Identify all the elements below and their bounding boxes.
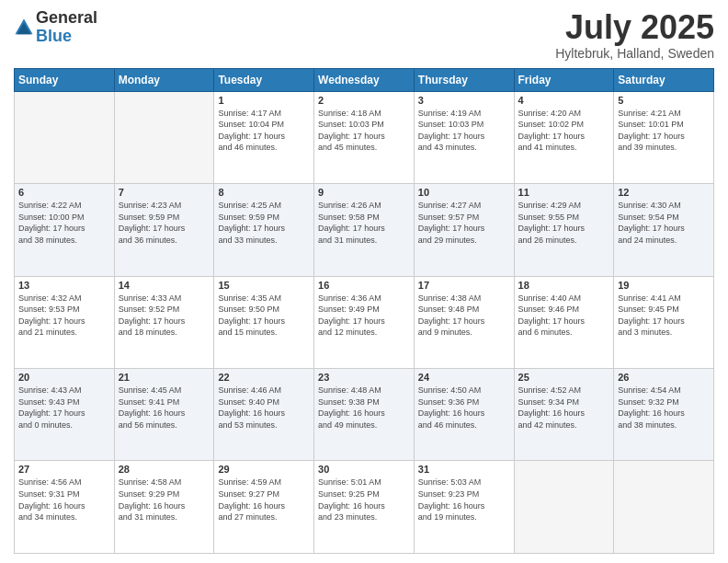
day-number: 22 <box>218 372 310 383</box>
table-row: 20Sunrise: 4:43 AM Sunset: 9:43 PM Dayli… <box>15 369 115 461</box>
table-row: 11Sunrise: 4:29 AM Sunset: 9:55 PM Dayli… <box>514 184 614 276</box>
day-number: 24 <box>418 372 510 383</box>
table-row <box>514 461 614 554</box>
location-subtitle: Hyltebruk, Halland, Sweden <box>555 46 714 61</box>
day-info: Sunrise: 5:03 AM Sunset: 9:23 PM Dayligh… <box>418 477 510 523</box>
col-friday: Friday <box>514 68 614 91</box>
day-info: Sunrise: 4:32 AM Sunset: 9:53 PM Dayligh… <box>18 293 110 339</box>
day-number: 12 <box>618 187 710 198</box>
table-row: 26Sunrise: 4:54 AM Sunset: 9:32 PM Dayli… <box>614 369 714 461</box>
day-info: Sunrise: 4:22 AM Sunset: 10:00 PM Daylig… <box>18 200 110 246</box>
day-number: 29 <box>218 464 310 475</box>
header-row: Sunday Monday Tuesday Wednesday Thursday… <box>15 68 714 91</box>
day-info: Sunrise: 4:27 AM Sunset: 9:57 PM Dayligh… <box>418 200 510 246</box>
day-number: 2 <box>318 95 410 106</box>
table-row: 17Sunrise: 4:38 AM Sunset: 9:48 PM Dayli… <box>414 276 514 368</box>
col-tuesday: Tuesday <box>214 68 314 91</box>
col-monday: Monday <box>114 68 214 91</box>
table-row: 13Sunrise: 4:32 AM Sunset: 9:53 PM Dayli… <box>15 276 115 368</box>
header: General Blue July 2025 Hyltebruk, Hallan… <box>14 9 714 61</box>
col-wednesday: Wednesday <box>314 68 415 91</box>
day-info: Sunrise: 4:43 AM Sunset: 9:43 PM Dayligh… <box>18 385 110 431</box>
month-title: July 2025 <box>555 9 714 46</box>
table-row: 27Sunrise: 4:56 AM Sunset: 9:31 PM Dayli… <box>15 461 115 554</box>
day-info: Sunrise: 4:25 AM Sunset: 9:59 PM Dayligh… <box>218 200 310 246</box>
calendar-week-row: 13Sunrise: 4:32 AM Sunset: 9:53 PM Dayli… <box>15 276 714 368</box>
table-row: 19Sunrise: 4:41 AM Sunset: 9:45 PM Dayli… <box>614 276 714 368</box>
table-row: 8Sunrise: 4:25 AM Sunset: 9:59 PM Daylig… <box>214 184 314 276</box>
logo-text: General Blue <box>36 9 97 46</box>
day-number: 4 <box>518 95 610 106</box>
day-number: 23 <box>318 372 410 383</box>
calendar-table: Sunday Monday Tuesday Wednesday Thursday… <box>14 68 714 554</box>
table-row: 9Sunrise: 4:26 AM Sunset: 9:58 PM Daylig… <box>314 184 415 276</box>
table-row: 14Sunrise: 4:33 AM Sunset: 9:52 PM Dayli… <box>114 276 214 368</box>
table-row: 7Sunrise: 4:23 AM Sunset: 9:59 PM Daylig… <box>114 184 214 276</box>
day-number: 19 <box>618 280 710 291</box>
day-info: Sunrise: 4:17 AM Sunset: 10:04 PM Daylig… <box>218 108 310 154</box>
day-info: Sunrise: 4:59 AM Sunset: 9:27 PM Dayligh… <box>218 477 310 523</box>
day-number: 17 <box>418 280 510 291</box>
table-row: 22Sunrise: 4:46 AM Sunset: 9:40 PM Dayli… <box>214 369 314 461</box>
day-number: 27 <box>18 464 110 475</box>
day-number: 30 <box>318 464 410 475</box>
day-info: Sunrise: 4:26 AM Sunset: 9:58 PM Dayligh… <box>318 200 410 246</box>
table-row: 5Sunrise: 4:21 AM Sunset: 10:01 PM Dayli… <box>614 91 714 183</box>
table-row: 10Sunrise: 4:27 AM Sunset: 9:57 PM Dayli… <box>414 184 514 276</box>
day-number: 8 <box>218 187 310 198</box>
day-number: 5 <box>618 95 710 106</box>
calendar-week-row: 27Sunrise: 4:56 AM Sunset: 9:31 PM Dayli… <box>15 461 714 554</box>
day-number: 7 <box>119 187 210 198</box>
table-row <box>614 461 714 554</box>
day-info: Sunrise: 4:45 AM Sunset: 9:41 PM Dayligh… <box>119 385 210 431</box>
table-row: 2Sunrise: 4:18 AM Sunset: 10:03 PM Dayli… <box>314 91 415 183</box>
table-row: 3Sunrise: 4:19 AM Sunset: 10:03 PM Dayli… <box>414 91 514 183</box>
day-info: Sunrise: 4:50 AM Sunset: 9:36 PM Dayligh… <box>418 385 510 431</box>
day-number: 10 <box>418 187 510 198</box>
table-row: 28Sunrise: 4:58 AM Sunset: 9:29 PM Dayli… <box>114 461 214 554</box>
logo-blue-text: Blue <box>36 28 97 46</box>
table-row: 29Sunrise: 4:59 AM Sunset: 9:27 PM Dayli… <box>214 461 314 554</box>
table-row: 4Sunrise: 4:20 AM Sunset: 10:02 PM Dayli… <box>514 91 614 183</box>
table-row: 23Sunrise: 4:48 AM Sunset: 9:38 PM Dayli… <box>314 369 415 461</box>
day-info: Sunrise: 4:36 AM Sunset: 9:49 PM Dayligh… <box>318 293 410 339</box>
calendar-week-row: 20Sunrise: 4:43 AM Sunset: 9:43 PM Dayli… <box>15 369 714 461</box>
calendar-week-row: 1Sunrise: 4:17 AM Sunset: 10:04 PM Dayli… <box>15 91 714 183</box>
table-row: 31Sunrise: 5:03 AM Sunset: 9:23 PM Dayli… <box>414 461 514 554</box>
day-number: 6 <box>18 187 110 198</box>
logo-general-text: General <box>36 9 97 28</box>
table-row: 15Sunrise: 4:35 AM Sunset: 9:50 PM Dayli… <box>214 276 314 368</box>
day-info: Sunrise: 4:54 AM Sunset: 9:32 PM Dayligh… <box>618 385 710 431</box>
day-number: 26 <box>618 372 710 383</box>
day-number: 14 <box>119 280 210 291</box>
day-number: 20 <box>18 372 110 383</box>
table-row: 1Sunrise: 4:17 AM Sunset: 10:04 PM Dayli… <box>214 91 314 183</box>
day-number: 13 <box>18 280 110 291</box>
logo: General Blue <box>14 9 97 46</box>
day-number: 3 <box>418 95 510 106</box>
day-info: Sunrise: 4:23 AM Sunset: 9:59 PM Dayligh… <box>119 200 210 246</box>
day-info: Sunrise: 4:38 AM Sunset: 9:48 PM Dayligh… <box>418 293 510 339</box>
day-info: Sunrise: 4:35 AM Sunset: 9:50 PM Dayligh… <box>218 293 310 339</box>
table-row: 24Sunrise: 4:50 AM Sunset: 9:36 PM Dayli… <box>414 369 514 461</box>
day-info: Sunrise: 4:52 AM Sunset: 9:34 PM Dayligh… <box>518 385 610 431</box>
day-info: Sunrise: 4:33 AM Sunset: 9:52 PM Dayligh… <box>119 293 210 339</box>
day-info: Sunrise: 4:29 AM Sunset: 9:55 PM Dayligh… <box>518 200 610 246</box>
day-number: 18 <box>518 280 610 291</box>
day-number: 28 <box>119 464 210 475</box>
day-info: Sunrise: 4:19 AM Sunset: 10:03 PM Daylig… <box>418 108 510 154</box>
table-row: 6Sunrise: 4:22 AM Sunset: 10:00 PM Dayli… <box>15 184 115 276</box>
table-row: 21Sunrise: 4:45 AM Sunset: 9:41 PM Dayli… <box>114 369 214 461</box>
day-number: 16 <box>318 280 410 291</box>
day-info: Sunrise: 4:46 AM Sunset: 9:40 PM Dayligh… <box>218 385 310 431</box>
day-info: Sunrise: 4:18 AM Sunset: 10:03 PM Daylig… <box>318 108 410 154</box>
day-info: Sunrise: 4:40 AM Sunset: 9:46 PM Dayligh… <box>518 293 610 339</box>
logo-icon <box>14 17 34 38</box>
day-number: 15 <box>218 280 310 291</box>
day-number: 11 <box>518 187 610 198</box>
col-saturday: Saturday <box>614 68 714 91</box>
day-info: Sunrise: 4:20 AM Sunset: 10:02 PM Daylig… <box>518 108 610 154</box>
day-number: 1 <box>218 95 310 106</box>
day-info: Sunrise: 4:30 AM Sunset: 9:54 PM Dayligh… <box>618 200 710 246</box>
day-info: Sunrise: 4:58 AM Sunset: 9:29 PM Dayligh… <box>119 477 210 523</box>
